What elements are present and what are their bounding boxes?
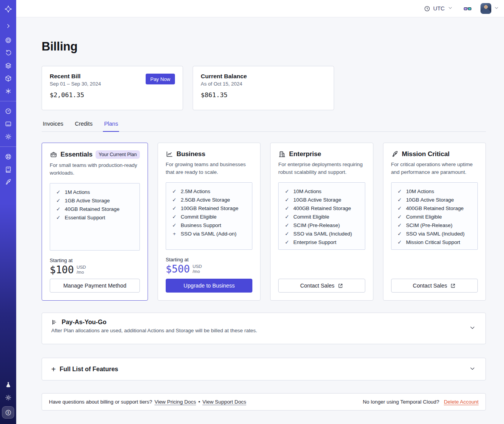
feature-item: ✓Enterprise Support — [284, 238, 361, 247]
full-features-accordion[interactable]: + Full List of Features — [42, 358, 486, 380]
check-icon: ✓ — [397, 213, 403, 221]
feature-label: SCIM (Pre-Release) — [406, 221, 453, 230]
price-block: Starting at $100 USD/mo — [50, 257, 140, 276]
sidebar-item-schedules[interactable] — [0, 47, 16, 59]
chevron-down-icon — [469, 365, 476, 374]
recent-bill-card: Recent Bill Sep 01 – Sep 30, 2024 $2,061… — [42, 66, 183, 110]
tab-credits[interactable]: Credits — [74, 121, 94, 131]
sidebar-item-getting-started[interactable] — [0, 176, 16, 188]
feature-label: 1M Actions — [65, 188, 90, 197]
sidebar-item-labs[interactable] — [0, 379, 16, 391]
3d-glasses-icon — [463, 4, 472, 13]
feature-item: ✓10GB Active Storage — [397, 196, 474, 204]
chevron-right-icon — [5, 22, 12, 30]
user-menu[interactable] — [480, 3, 499, 14]
feature-item: ✓2.5M Actions — [171, 187, 249, 196]
payg-accordion[interactable]: Pay-As-You-Go After Plan allocations are… — [42, 313, 486, 344]
plan-price: $500 — [166, 263, 190, 275]
sidebar-item-deployments[interactable] — [0, 59, 16, 72]
feature-item: ✓2.5GB Active Storage — [171, 196, 249, 204]
delete-account-link[interactable]: Delete Account — [444, 399, 479, 405]
external-link-icon — [338, 283, 343, 289]
sidebar-divider — [0, 101, 16, 101]
sidebar-item-theme[interactable] — [0, 391, 16, 404]
plan-name: Business — [176, 150, 205, 158]
tab-plans[interactable]: Plans — [103, 121, 119, 132]
manage-payment-button[interactable]: Manage Payment Method — [50, 279, 140, 293]
rocket-icon — [5, 178, 12, 186]
topbar: UTC — [16, 0, 504, 17]
sidebar-item-billing-active[interactable]: $ — [2, 406, 14, 419]
timer-arrow-icon — [5, 49, 12, 57]
upgrade-business-button[interactable]: Upgrade to Business — [166, 279, 252, 293]
feature-label: Commit Eligible — [406, 213, 442, 221]
tab-invoices[interactable]: Invoices — [42, 121, 64, 131]
sidebar-item-docs[interactable] — [0, 163, 16, 176]
plan-description: For small teams with production-ready wo… — [50, 162, 140, 177]
book-icon — [5, 166, 12, 173]
feature-label: Business Support — [181, 221, 221, 230]
feature-label: Commit Eligible — [293, 213, 329, 221]
avatar — [480, 3, 491, 14]
feature-item: ✓Commit Eligible — [171, 213, 249, 221]
check-icon: ✓ — [55, 214, 61, 222]
sidebar-expand-button[interactable] — [0, 18, 16, 34]
footer-question: Have questions about billing or support … — [49, 399, 152, 405]
contact-sales-button[interactable]: Contact Sales — [391, 279, 478, 293]
plan-price: $100 — [50, 264, 74, 276]
feature-item: ✓SCIM (Pre-Release) — [284, 221, 361, 230]
plan-name: Enterprise — [289, 150, 321, 158]
feature-label: Commit Eligible — [181, 213, 217, 221]
cube-icon — [5, 75, 12, 82]
plan-card-mission-critical: Mission Critical For critical operations… — [383, 143, 486, 301]
feature-label: 100GB Retained Storage — [181, 204, 239, 213]
plus-icon: + — [51, 365, 56, 373]
feature-item: ✓10GB Active Storage — [284, 196, 361, 204]
check-icon: ✓ — [284, 204, 290, 213]
check-icon: ✓ — [55, 188, 61, 197]
plan-name: Essentials — [60, 151, 92, 158]
bullet-separator: • — [198, 399, 200, 405]
sun-icon — [5, 394, 12, 401]
feature-label: Enterprise Support — [293, 238, 336, 247]
sidebar-divider — [0, 146, 16, 147]
plan-name: Mission Critical — [402, 150, 450, 158]
contact-sales-label: Contact Sales — [300, 283, 334, 289]
plan-description: For critical operations where uptime and… — [391, 161, 478, 176]
pricing-docs-link[interactable]: View Pricing Docs — [155, 399, 196, 405]
payg-description: After Plan allocations are used, additio… — [51, 328, 476, 333]
sidebar-item-usage[interactable] — [0, 105, 16, 118]
chevron-down-icon — [447, 5, 453, 12]
feature-item: ✓SSO via SAML (Included) — [284, 230, 361, 238]
gear-icon — [5, 133, 12, 140]
feedback-glasses-button[interactable] — [463, 4, 472, 13]
sidebar-item-nexus[interactable] — [0, 85, 16, 98]
sidebar-item-billing-nav[interactable] — [0, 118, 16, 130]
feature-box: ✓2.5M Actions ✓2.5GB Active Storage ✓100… — [166, 182, 252, 250]
gauge-icon — [5, 108, 12, 115]
current-plan-badge: Your Current Plan — [96, 150, 140, 159]
page-title: Billing — [42, 39, 486, 54]
current-balance-card: Current Balance As of Oct 15, 2024 $861.… — [193, 66, 334, 110]
feature-label: 2.5GB Active Storage — [181, 196, 230, 204]
rates-chart-icon — [51, 319, 58, 326]
feature-item: ✓10M Actions — [284, 187, 361, 196]
feature-item: ✓Commit Eligible — [397, 213, 474, 221]
contact-sales-button[interactable]: Contact Sales — [278, 279, 365, 293]
building-icon — [278, 150, 286, 158]
sidebar-item-support[interactable] — [0, 150, 16, 163]
billing-page: Billing Recent Bill Sep 01 – Sep 30, 202… — [16, 17, 504, 411]
sidebar-item-settings[interactable] — [0, 130, 16, 143]
sidebar-item-namespaces[interactable] — [0, 34, 16, 47]
check-icon: ✓ — [397, 221, 403, 230]
timezone-selector[interactable]: UTC — [424, 5, 453, 12]
temporal-logo[interactable] — [0, 0, 16, 18]
pay-now-button[interactable]: Pay Now — [146, 74, 175, 84]
check-icon: ✓ — [55, 205, 61, 214]
lifebuoy-icon — [5, 153, 12, 160]
summary-row: Recent Bill Sep 01 – Sep 30, 2024 $2,061… — [42, 66, 486, 110]
support-docs-link[interactable]: View Support Docs — [202, 399, 246, 405]
feature-label: SCIM (Pre-Release) — [293, 221, 340, 230]
feature-label: 10M Actions — [293, 187, 321, 196]
sidebar-item-workers[interactable] — [0, 72, 16, 85]
